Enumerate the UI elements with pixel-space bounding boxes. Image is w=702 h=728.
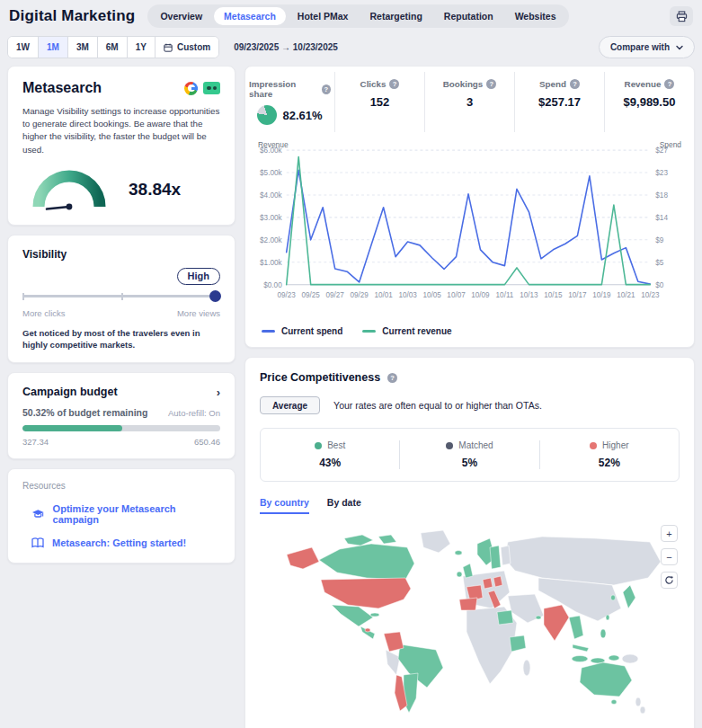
range-3m[interactable]: 3M [68,37,98,58]
svg-text:10/07: 10/07 [447,291,466,299]
help-icon[interactable] [570,79,580,89]
price-title: Price Competitiveness [260,371,380,384]
world-map-canvas[interactable] [272,521,668,721]
tab-retargeting[interactable]: Retargeting [360,7,431,25]
world-map[interactable]: + − [260,521,680,728]
metasearch-description: Manage Visibility settings to increase o… [22,105,220,156]
visibility-slider[interactable] [22,290,220,302]
tab-by-country[interactable]: By country [260,497,309,514]
budget-total: 650.46 [194,437,220,447]
selected-date-range: 09/23/2025 → 10/23/2025 [234,42,338,52]
tab-hotel-pmax[interactable]: Hotel PMax [288,7,359,25]
svg-text:$5: $5 [655,258,664,267]
svg-text:$1.00k: $1.00k [260,258,283,267]
resource-link-optimize[interactable]: Optimize your Metasearch campaign [22,503,220,525]
help-icon[interactable] [664,79,674,89]
sidebar: Metasearch Manage Visibility settings to… [7,66,235,564]
date-range-segments: 1W 1M 3M 6M 1Y Custom [7,36,219,58]
resource-link-getting-started[interactable]: Metasearch: Getting started! [22,537,220,548]
svg-text:$14: $14 [655,213,668,222]
tab-overview[interactable]: Overview [150,7,212,25]
tab-reputation[interactable]: Reputation [434,7,503,25]
stat-best: Best 43% [261,440,399,469]
kpi-spend: Spend $257.17 [515,72,605,132]
roas-value: 38.84x [129,180,181,200]
svg-text:10/13: 10/13 [520,291,538,299]
book-icon [31,537,44,548]
legend-current-spend[interactable]: Current spend [262,326,342,336]
reset-icon [664,575,674,585]
budget-autorefill: Auto-refill: On [168,408,220,418]
print-button[interactable] [670,6,693,26]
compare-with-dropdown[interactable]: Compare with [599,36,695,58]
svg-text:$9: $9 [655,235,664,244]
kpi-bookings: Bookings 3 [425,72,515,132]
top-bar: Digital Marketing Overview Metasearch Ho… [0,0,702,30]
campaign-budget-card: Campaign budget › 50.32% of budget remai… [7,372,235,459]
kpi-revenue: Revenue $9,989.50 [605,72,694,132]
tab-websites[interactable]: Websites [505,7,566,25]
svg-text:$4.00k: $4.00k [260,191,283,200]
svg-text:$6.00k: $6.00k [260,146,283,155]
help-icon[interactable] [322,84,331,94]
help-icon[interactable] [389,79,399,89]
chart-legend: Current spend Current revenue [245,321,694,347]
range-1y[interactable]: 1Y [128,37,156,58]
svg-text:09/29: 09/29 [350,291,369,299]
trivago-icon [203,82,220,94]
kpi-row: Impression share 82.61% Clicks 152 Booki… [245,67,694,138]
tab-metasearch[interactable]: Metasearch [214,7,286,25]
zoom-out-button[interactable]: − [661,548,678,565]
price-rating-badge: Average [260,396,320,414]
metasearch-title: Metasearch [22,80,102,96]
map-reset-button[interactable] [661,572,678,589]
svg-text:10/11: 10/11 [496,291,514,299]
range-6m[interactable]: 6M [98,37,128,58]
budget-chevron-icon[interactable]: › [217,386,220,398]
svg-text:10/01: 10/01 [374,291,393,299]
price-rating-text: Your rates are often equal to or higher … [333,400,542,411]
svg-text:10/19: 10/19 [592,291,611,299]
stat-matched: Matched 5% [399,440,538,469]
legend-current-revenue[interactable]: Current revenue [362,326,451,336]
price-stats: Best 43% Matched 5% Higher 52% [260,428,680,482]
resources-label: Resources [22,481,220,491]
range-1m[interactable]: 1M [39,37,68,58]
kpi-clicks: Clicks 152 [335,72,425,132]
svg-text:10/09: 10/09 [471,291,490,299]
budget-spent: 327.34 [22,437,49,447]
svg-text:10/21: 10/21 [617,291,635,299]
svg-text:10/23: 10/23 [641,291,660,299]
svg-text:09/23: 09/23 [278,291,297,299]
svg-text:$0.00: $0.00 [263,280,282,289]
spend-revenue-chart[interactable]: RevenueSpend$6.00k$27$5.00k$23$4.00k$18$… [245,138,694,321]
svg-text:$3.00k: $3.00k [260,213,283,222]
range-custom[interactable]: Custom [156,37,218,58]
metasearch-card: Metasearch Manage Visibility settings to… [7,66,235,226]
slider-handle[interactable] [209,290,221,302]
budget-remaining: 50.32% of budget remaining [22,407,147,418]
svg-text:10/15: 10/15 [544,291,563,299]
svg-text:09/27: 09/27 [325,291,344,299]
performance-card: Impression share 82.61% Clicks 152 Booki… [244,66,695,348]
range-1w[interactable]: 1W [8,37,39,58]
stat-higher: Higher 52% [539,440,679,469]
price-view-tabs: By country By date [260,497,680,514]
page-title: Digital Marketing [9,7,135,25]
roas-gauge [28,167,111,212]
help-icon[interactable] [387,373,397,383]
visibility-caption: Get noticed by most of the travelers eve… [22,327,220,351]
kpi-impression-share: Impression share 82.61% [245,72,335,132]
budget-progress-bar [22,425,220,431]
calendar-icon [164,43,173,52]
slider-right-label: More views [177,308,220,318]
svg-text:$27: $27 [655,146,668,155]
main-content: Impression share 82.61% Clicks 152 Booki… [244,66,695,728]
impression-share-pie [257,105,277,125]
matched-dot-icon [446,442,453,449]
tab-by-date[interactable]: By date [327,497,361,514]
zoom-in-button[interactable]: + [661,525,678,542]
printer-icon [676,11,688,22]
resources-card: Resources Optimize your Metasearch campa… [7,468,235,564]
help-icon[interactable] [486,79,496,89]
